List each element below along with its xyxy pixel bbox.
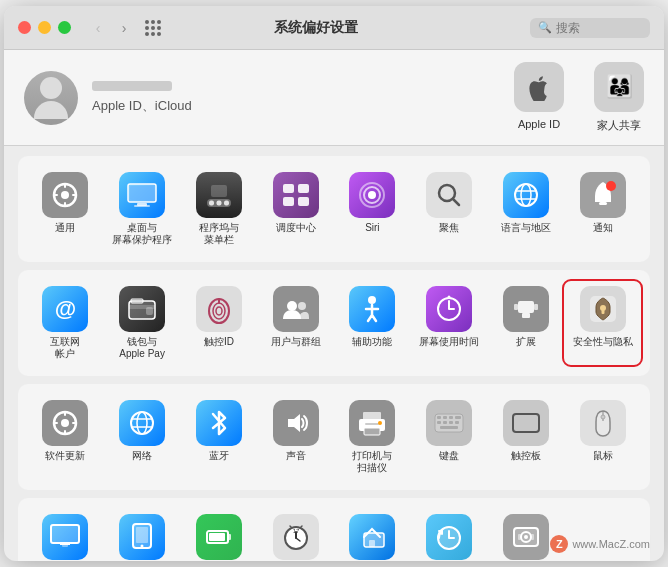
icon-item-network[interactable]: 网络	[105, 396, 180, 478]
icon-img-sidecar	[119, 514, 165, 560]
svg-rect-54	[53, 422, 58, 424]
svg-point-29	[606, 181, 616, 191]
icon-item-mouse[interactable]: 鼠标	[565, 396, 640, 478]
apple-id-action[interactable]: Apple ID	[514, 62, 564, 133]
icon-item-internet[interactable]: @互联网 帐户	[28, 282, 103, 364]
icon-label-users: 用户与群组	[271, 336, 321, 348]
svg-rect-9	[134, 205, 150, 207]
icon-img-timemachine	[426, 514, 472, 560]
icon-item-sharing[interactable]: 共享	[335, 510, 410, 561]
icon-label-siri: Siri	[365, 222, 379, 234]
icon-item-screen[interactable]: 屏幕使用时间	[412, 282, 487, 364]
icon-img-bluetooth	[196, 400, 242, 446]
icon-item-sidecar[interactable]: 随航	[105, 510, 180, 561]
svg-point-98	[524, 535, 528, 539]
icon-img-ext	[503, 286, 549, 332]
search-icon: 🔍	[538, 21, 552, 34]
icon-label-notify: 通知	[593, 222, 613, 234]
close-button[interactable]	[18, 21, 31, 34]
icon-item-general[interactable]: 通用	[28, 168, 103, 250]
icon-item-mission[interactable]: 调度中心	[258, 168, 333, 250]
svg-rect-2	[64, 183, 66, 188]
icon-item-battery[interactable]: 电池	[182, 510, 257, 561]
maximize-button[interactable]	[58, 21, 71, 34]
svg-rect-14	[211, 185, 227, 197]
search-box[interactable]: 🔍	[530, 18, 650, 38]
profile-sub-label: Apple ID、iCloud	[92, 97, 192, 115]
icon-img-datetime: 17	[273, 514, 319, 560]
icon-item-security[interactable]: 安全性与隐私	[565, 282, 640, 364]
titlebar: ‹ › 系统偏好设置 🔍	[4, 6, 664, 50]
family-label: 家人共享	[597, 118, 641, 133]
svg-rect-13	[224, 201, 229, 206]
profile-name-blurred	[92, 81, 172, 91]
icon-item-spotlight[interactable]: 聚焦	[412, 168, 487, 250]
section-section3: 软件更新 网络 蓝牙 声音 打印机与 扫描仪	[18, 384, 650, 490]
svg-rect-83	[136, 527, 148, 543]
icon-item-sound[interactable]: 声音	[258, 396, 333, 478]
search-input[interactable]	[556, 21, 636, 35]
icon-label-wallet: 钱包与 Apple Pay	[119, 336, 165, 360]
svg-point-40	[368, 296, 376, 304]
icon-item-display[interactable]: 显示器	[28, 510, 103, 561]
icon-label-trackpad: 触控板	[511, 450, 541, 462]
icon-item-access[interactable]: 辅助功能	[335, 282, 410, 364]
profile-actions: Apple ID 👨‍👩‍👧 家人共享	[514, 62, 644, 133]
avatar[interactable]	[24, 71, 78, 125]
icon-img-notify	[580, 172, 626, 218]
svg-rect-85	[228, 534, 231, 540]
icon-img-security	[580, 286, 626, 332]
icon-item-wallet[interactable]: 钱包与 Apple Pay	[105, 282, 180, 364]
icon-item-printer[interactable]: 打印机与 扫描仪	[335, 396, 410, 478]
icon-item-datetime[interactable]: 17 日期与时间	[258, 510, 333, 561]
icon-item-touchid[interactable]: 触控ID	[182, 282, 257, 364]
family-sharing-icon: 👨‍👩‍👧	[594, 62, 644, 112]
icon-item-desktop[interactable]: 桌面与 屏幕保护程序	[105, 168, 180, 250]
svg-rect-69	[455, 416, 461, 419]
watermark-logo: Z	[550, 535, 568, 553]
svg-rect-44	[522, 313, 530, 318]
icon-item-users[interactable]: 用户与群组	[258, 282, 333, 364]
svg-rect-46	[534, 304, 538, 310]
icon-item-ext[interactable]: 扩展	[489, 282, 564, 364]
svg-rect-100	[531, 534, 534, 540]
svg-rect-72	[449, 421, 453, 424]
icon-item-bluetooth[interactable]: 蓝牙	[182, 396, 257, 478]
icon-img-keyboard	[426, 400, 472, 446]
icon-item-keyboard[interactable]: 键盘	[412, 396, 487, 478]
icon-item-software[interactable]: 软件更新	[28, 396, 103, 478]
icon-item-trackpad[interactable]: 触控板	[489, 396, 564, 478]
svg-rect-43	[518, 301, 534, 313]
icon-item-siri[interactable]: Siri	[335, 168, 410, 250]
icon-item-dock[interactable]: 程序坞与 菜单栏	[182, 168, 257, 250]
svg-rect-68	[449, 416, 453, 419]
icon-img-dock	[196, 172, 242, 218]
icon-label-screen: 屏幕使用时间	[419, 336, 479, 348]
svg-rect-12	[216, 201, 221, 206]
apple-id-icon	[514, 62, 564, 112]
svg-rect-32	[146, 307, 153, 315]
icon-img-network	[119, 400, 165, 446]
icon-label-general: 通用	[55, 222, 75, 234]
icon-item-timemachine[interactable]: 时间机器	[412, 510, 487, 561]
svg-rect-70	[437, 421, 441, 424]
icon-label-desktop: 桌面与 屏幕保护程序	[112, 222, 172, 246]
icon-label-dock: 程序坞与 菜单栏	[199, 222, 239, 246]
icon-img-mouse	[580, 400, 626, 446]
svg-line-23	[453, 199, 459, 205]
svg-point-24	[515, 184, 537, 206]
icon-label-language: 语言与地区	[501, 222, 551, 234]
apple-id-label: Apple ID	[518, 118, 560, 130]
icon-item-language[interactable]: 语言与地区	[489, 168, 564, 250]
family-sharing-action[interactable]: 👨‍👩‍👧 家人共享	[594, 62, 644, 133]
watermark: Z www.MacZ.com	[550, 535, 650, 553]
svg-rect-80	[62, 543, 68, 547]
svg-rect-55	[72, 422, 77, 424]
svg-point-39	[298, 302, 306, 310]
icon-label-touchid: 触控ID	[204, 336, 234, 348]
traffic-lights	[18, 21, 71, 34]
minimize-button[interactable]	[38, 21, 51, 34]
system-preferences-window: ‹ › 系统偏好设置 🔍 Apple ID、iCloud	[4, 6, 664, 561]
svg-point-38	[287, 301, 297, 311]
icon-item-notify[interactable]: 通知	[565, 168, 640, 250]
